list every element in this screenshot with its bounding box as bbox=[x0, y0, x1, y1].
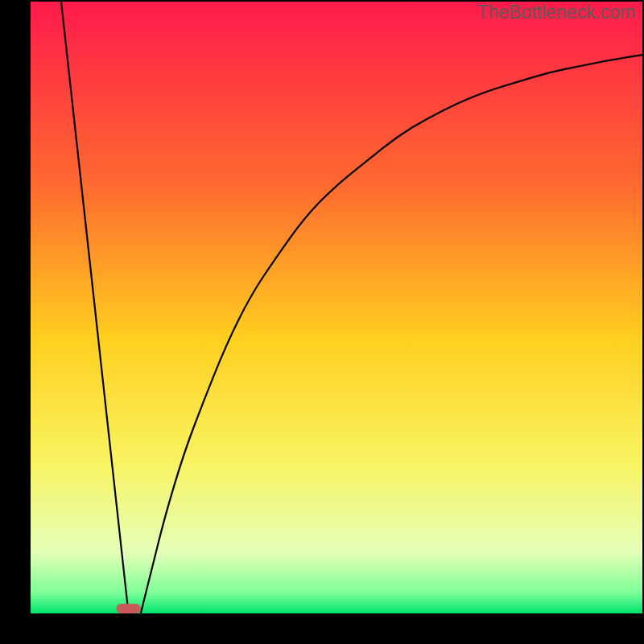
bottleneck-chart: TheBottleneck.com bbox=[0, 0, 644, 644]
watermark: TheBottleneck.com bbox=[477, 2, 636, 23]
minimum-marker bbox=[116, 604, 140, 613]
plot-area bbox=[31, 2, 642, 613]
chart-svg bbox=[0, 0, 644, 644]
